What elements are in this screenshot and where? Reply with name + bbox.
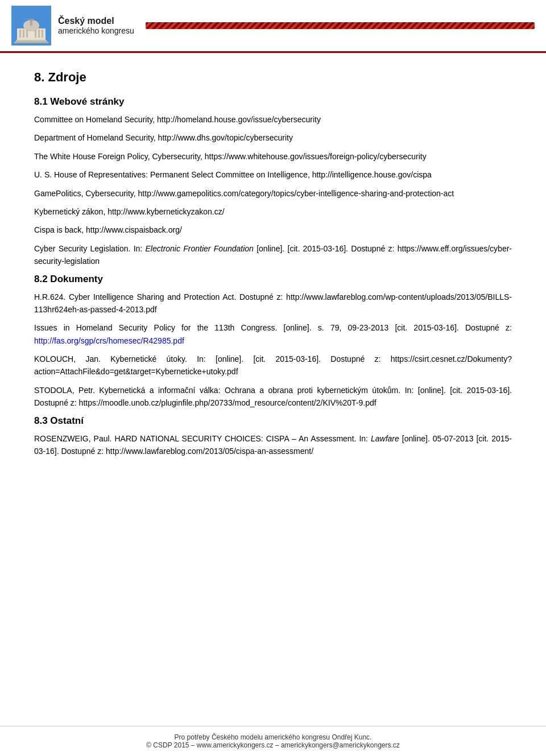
svg-rect-10 [30,20,32,26]
doc-entry-1: H.R.624. Cyber Intelligence Sharing and … [34,291,512,316]
web-entry-7: Cispa is back, http://www.cispaisback.or… [34,224,512,236]
web-entry-1: Committee on Homeland Security, http://h… [34,113,512,126]
svg-rect-8 [38,30,40,38]
header: Český model amerického kongresu [0,0,546,53]
logo-icon [11,6,51,46]
web-entry-5: GamePolitics, Cybersecurity, http://www.… [34,187,512,200]
svg-rect-3 [27,26,35,31]
subsection1-title: 8.1 Webové stránky [34,96,512,108]
other-entry-1-italic: Lawfare [371,434,399,443]
web-entry-5-text: GamePolitics, Cybersecurity, http://www.… [34,189,454,198]
doc-entry-1-text: H.R.624. Cyber Intelligence Sharing and … [34,292,512,314]
svg-rect-12 [16,40,47,42]
logo-area: Český model amerického kongresu [11,6,134,46]
other-entry-1-text-before: ROSENZWEIG, Paul. HARD NATIONAL SECURITY… [34,434,371,443]
subsection3-title: 8.3 Ostatní [34,415,512,427]
doc-entry-2-link[interactable]: http://fas.org/sgp/crs/homesec/R42985.pd… [34,336,184,345]
svg-rect-11 [28,19,34,20]
web-entry-8-text-before: Cyber Security Legislation. In: [34,244,146,253]
doc-entry-3: KOLOUCH, Jan. Kybernetické útoky. In: [o… [34,353,512,378]
footer-line2: © CSDP 2015 – www.americkykongers.cz – a… [11,741,535,749]
svg-rect-6 [26,30,28,38]
logo-text: Český model amerického kongresu [58,16,134,35]
main-content: 8. Zdroje 8.1 Webové stránky Committee o… [0,53,546,726]
page: Český model amerického kongresu 8. Zdroj… [0,0,546,756]
doc-entry-2: Issues in Homeland Security Policy for t… [34,321,512,347]
logo-main-text: Český model [58,16,134,26]
other-entry-1: ROSENZWEIG, Paul. HARD NATIONAL SECURITY… [34,432,512,458]
web-entry-6: Kybernetický zákon, http://www.kyberneti… [34,205,512,218]
web-entry-2: Department of Homeland Security, http://… [34,131,512,144]
header-stripe [146,22,535,29]
web-entry-4-text: U. S. House of Representatives: Permanen… [34,170,432,179]
doc-entry-3-text: KOLOUCH, Jan. Kybernetické útoky. In: [o… [34,354,512,376]
web-entry-3: The White House Foreign Policy, Cybersec… [34,150,512,163]
footer-line1: Pro potřeby Českého modelu amerického ko… [11,733,535,741]
logo-sub-text: amerického kongresu [58,26,134,35]
svg-rect-7 [35,30,36,38]
web-entry-8-italic: Electronic Frontier Foundation [146,244,254,253]
web-entry-7-text: Cispa is back, http://www.cispaisback.or… [34,225,182,234]
web-entry-3-text: The White House Foreign Policy, Cybersec… [34,152,427,161]
web-entry-4: U. S. House of Representatives: Permanen… [34,168,512,181]
web-entry-8: Cyber Security Legislation. In: Electron… [34,242,512,268]
subsection2-title: 8.2 Dokumenty [34,274,512,285]
section-title: 8. Zdroje [34,70,512,85]
doc-entry-4: STODOLA, Petr. Kybernetická a informační… [34,384,512,410]
svg-rect-4 [19,30,21,38]
web-entry-6-text: Kybernetický zákon, http://www.kyberneti… [34,207,225,216]
doc-entry-4-text: STODOLA, Petr. Kybernetická a informační… [34,386,512,407]
doc-entry-2-text-before: Issues in Homeland Security Policy for t… [34,323,512,332]
web-entry-1-text: Committee on Homeland Security, http://h… [34,115,321,124]
web-entry-2-text: Department of Homeland Security, http://… [34,133,293,142]
footer: Pro potřeby Českého modelu amerického ko… [0,726,546,756]
svg-rect-13 [14,42,48,43]
svg-rect-5 [23,30,24,38]
svg-rect-9 [42,30,43,38]
